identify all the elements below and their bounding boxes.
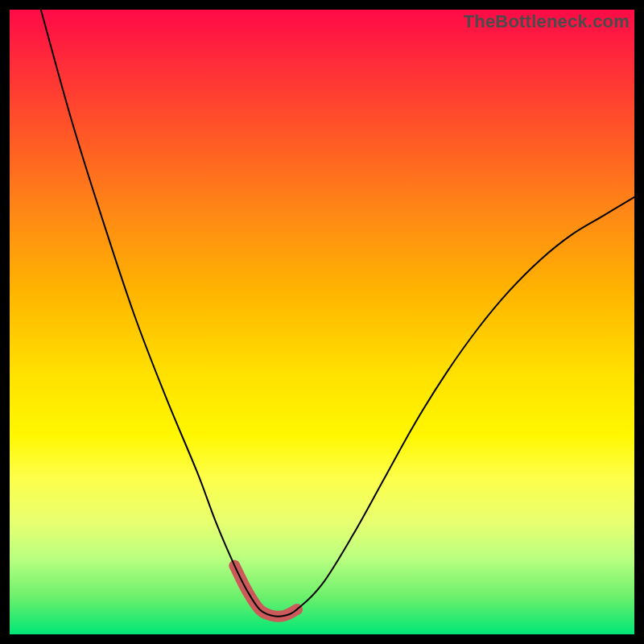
optimal-zone-highlight — [234, 566, 297, 617]
bottleneck-curve — [41, 10, 634, 617]
chart-container: TheBottleneck.com — [0, 0, 644, 644]
chart-svg — [10, 10, 634, 634]
watermark-text: TheBottleneck.com — [464, 11, 630, 32]
